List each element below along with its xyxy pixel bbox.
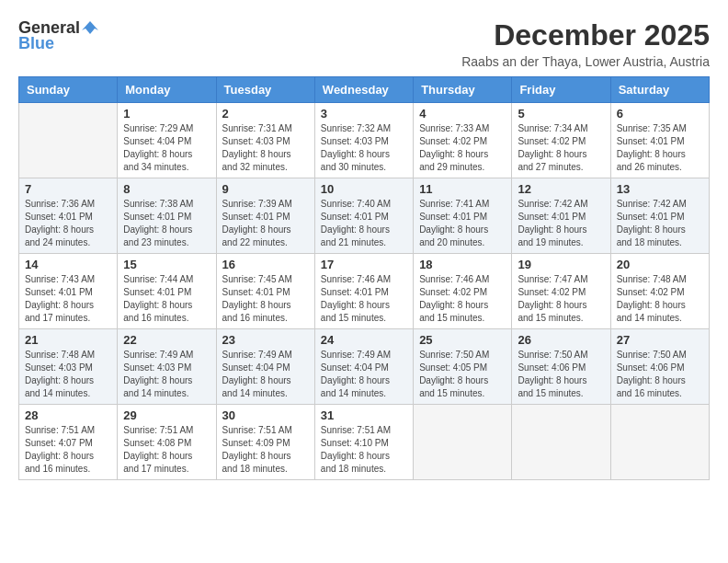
day-info: Sunrise: 7:45 AMSunset: 4:01 PMDaylight:… (222, 273, 309, 325)
day-info: Sunrise: 7:50 AMSunset: 4:06 PMDaylight:… (518, 349, 604, 400)
table-row: 5Sunrise: 7:34 AMSunset: 4:02 PMDaylight… (512, 103, 610, 178)
header-monday: Monday (118, 77, 216, 103)
day-number: 14 (25, 258, 111, 271)
table-row: 17Sunrise: 7:46 AMSunset: 4:01 PMDayligh… (314, 254, 413, 329)
table-row: 15Sunrise: 7:44 AMSunset: 4:01 PMDayligh… (118, 254, 216, 329)
day-number: 26 (518, 333, 604, 347)
day-info: Sunrise: 7:36 AMSunset: 4:01 PMDaylight:… (25, 198, 111, 249)
table-row: 7Sunrise: 7:36 AMSunset: 4:01 PMDaylight… (19, 178, 118, 254)
table-row (19, 103, 118, 178)
day-info: Sunrise: 7:51 AMSunset: 4:08 PMDaylight:… (123, 424, 210, 476)
day-info: Sunrise: 7:50 AMSunset: 4:06 PMDaylight:… (617, 349, 703, 400)
table-row: 18Sunrise: 7:46 AMSunset: 4:02 PMDayligh… (414, 254, 512, 329)
table-row: 22Sunrise: 7:49 AMSunset: 4:03 PMDayligh… (118, 329, 216, 405)
day-info: Sunrise: 7:43 AMSunset: 4:01 PMDaylight:… (25, 273, 111, 325)
day-info: Sunrise: 7:35 AMSunset: 4:01 PMDaylight:… (617, 122, 703, 174)
table-row: 29Sunrise: 7:51 AMSunset: 4:08 PMDayligh… (118, 405, 216, 480)
day-info: Sunrise: 7:49 AMSunset: 4:03 PMDaylight:… (123, 349, 210, 400)
day-info: Sunrise: 7:51 AMSunset: 4:07 PMDaylight:… (25, 424, 111, 476)
header-friday: Friday (512, 77, 610, 103)
day-number: 6 (617, 107, 703, 121)
day-number: 12 (518, 182, 604, 196)
day-number: 25 (419, 333, 506, 347)
table-row: 2Sunrise: 7:31 AMSunset: 4:03 PMDaylight… (216, 103, 314, 178)
day-info: Sunrise: 7:29 AMSunset: 4:04 PMDaylight:… (123, 122, 210, 174)
table-row (512, 405, 610, 480)
table-row: 28Sunrise: 7:51 AMSunset: 4:07 PMDayligh… (19, 405, 118, 480)
day-number: 29 (123, 408, 210, 422)
logo-blue: Blue (18, 34, 54, 53)
header-tuesday: Tuesday (216, 77, 314, 103)
table-row: 26Sunrise: 7:50 AMSunset: 4:06 PMDayligh… (512, 329, 610, 405)
table-row: 23Sunrise: 7:49 AMSunset: 4:04 PMDayligh… (216, 329, 314, 405)
table-row: 11Sunrise: 7:41 AMSunset: 4:01 PMDayligh… (414, 178, 512, 254)
day-info: Sunrise: 7:44 AMSunset: 4:01 PMDaylight:… (123, 273, 210, 325)
day-info: Sunrise: 7:49 AMSunset: 4:04 PMDaylight:… (321, 349, 407, 400)
day-info: Sunrise: 7:33 AMSunset: 4:02 PMDaylight:… (419, 122, 506, 174)
table-row: 30Sunrise: 7:51 AMSunset: 4:09 PMDayligh… (216, 405, 314, 480)
day-info: Sunrise: 7:46 AMSunset: 4:02 PMDaylight:… (419, 273, 506, 325)
calendar-week-row: 14Sunrise: 7:43 AMSunset: 4:01 PMDayligh… (19, 254, 710, 329)
table-row: 31Sunrise: 7:51 AMSunset: 4:10 PMDayligh… (314, 405, 413, 480)
day-number: 18 (419, 258, 506, 271)
header-sunday: Sunday (19, 77, 118, 103)
day-number: 23 (222, 333, 309, 347)
day-number: 13 (617, 182, 703, 196)
day-number: 7 (25, 182, 111, 196)
day-number: 17 (321, 258, 407, 271)
day-number: 21 (25, 333, 111, 347)
day-number: 9 (222, 182, 309, 196)
page-header: General Blue December 2025 Raabs an der … (18, 18, 710, 69)
day-number: 16 (222, 258, 309, 271)
calendar-table: Sunday Monday Tuesday Wednesday Thursday… (18, 76, 710, 480)
day-info: Sunrise: 7:39 AMSunset: 4:01 PMDaylight:… (222, 198, 309, 249)
title-area: December 2025 Raabs an der Thaya, Lower … (461, 18, 710, 69)
day-number: 31 (321, 408, 407, 422)
header-wednesday: Wednesday (314, 77, 413, 103)
location-title: Raabs an der Thaya, Lower Austria, Austr… (461, 54, 710, 69)
table-row: 9Sunrise: 7:39 AMSunset: 4:01 PMDaylight… (216, 178, 314, 254)
day-number: 8 (123, 182, 210, 196)
day-info: Sunrise: 7:48 AMSunset: 4:02 PMDaylight:… (617, 273, 703, 325)
day-number: 3 (321, 107, 407, 121)
day-info: Sunrise: 7:38 AMSunset: 4:01 PMDaylight:… (123, 198, 210, 249)
day-number: 28 (25, 408, 111, 422)
table-row: 27Sunrise: 7:50 AMSunset: 4:06 PMDayligh… (610, 329, 709, 405)
day-number: 2 (222, 107, 309, 121)
table-row (610, 405, 709, 480)
header-thursday: Thursday (414, 77, 512, 103)
table-row: 14Sunrise: 7:43 AMSunset: 4:01 PMDayligh… (19, 254, 118, 329)
day-info: Sunrise: 7:48 AMSunset: 4:03 PMDaylight:… (25, 349, 111, 400)
day-number: 24 (321, 333, 407, 347)
day-info: Sunrise: 7:41 AMSunset: 4:01 PMDaylight:… (419, 198, 506, 249)
table-row: 10Sunrise: 7:40 AMSunset: 4:01 PMDayligh… (314, 178, 413, 254)
day-number: 22 (123, 333, 210, 347)
logo: General Blue (18, 18, 98, 53)
table-row: 3Sunrise: 7:32 AMSunset: 4:03 PMDaylight… (314, 103, 413, 178)
table-row: 4Sunrise: 7:33 AMSunset: 4:02 PMDaylight… (414, 103, 512, 178)
day-number: 10 (321, 182, 407, 196)
day-info: Sunrise: 7:49 AMSunset: 4:04 PMDaylight:… (222, 349, 309, 400)
day-info: Sunrise: 7:32 AMSunset: 4:03 PMDaylight:… (321, 122, 407, 174)
calendar-week-row: 1Sunrise: 7:29 AMSunset: 4:04 PMDaylight… (19, 103, 710, 178)
day-info: Sunrise: 7:34 AMSunset: 4:02 PMDaylight:… (518, 122, 604, 174)
day-number: 30 (222, 408, 309, 422)
table-row: 25Sunrise: 7:50 AMSunset: 4:05 PMDayligh… (414, 329, 512, 405)
day-info: Sunrise: 7:42 AMSunset: 4:01 PMDaylight:… (617, 198, 703, 249)
day-number: 11 (419, 182, 506, 196)
table-row: 1Sunrise: 7:29 AMSunset: 4:04 PMDaylight… (118, 103, 216, 178)
table-row: 19Sunrise: 7:47 AMSunset: 4:02 PMDayligh… (512, 254, 610, 329)
day-info: Sunrise: 7:40 AMSunset: 4:01 PMDaylight:… (321, 198, 407, 249)
day-number: 4 (419, 107, 506, 121)
table-row: 20Sunrise: 7:48 AMSunset: 4:02 PMDayligh… (610, 254, 709, 329)
day-number: 19 (518, 258, 604, 271)
calendar-week-row: 28Sunrise: 7:51 AMSunset: 4:07 PMDayligh… (19, 405, 710, 480)
day-number: 27 (617, 333, 703, 347)
calendar-week-row: 21Sunrise: 7:48 AMSunset: 4:03 PMDayligh… (19, 329, 710, 405)
day-info: Sunrise: 7:42 AMSunset: 4:01 PMDaylight:… (518, 198, 604, 249)
table-row: 16Sunrise: 7:45 AMSunset: 4:01 PMDayligh… (216, 254, 314, 329)
day-info: Sunrise: 7:51 AMSunset: 4:10 PMDaylight:… (321, 424, 407, 476)
day-number: 20 (617, 258, 703, 271)
day-info: Sunrise: 7:50 AMSunset: 4:05 PMDaylight:… (419, 349, 506, 400)
table-row: 6Sunrise: 7:35 AMSunset: 4:01 PMDaylight… (610, 103, 709, 178)
